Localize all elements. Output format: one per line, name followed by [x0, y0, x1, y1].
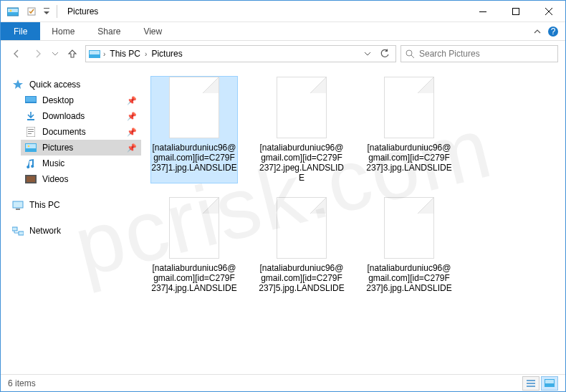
search-box[interactable]: [400, 45, 558, 62]
navbar: › This PC › Pictures: [1, 41, 565, 67]
titlebar: Pictures: [1, 1, 565, 22]
close-button[interactable]: [532, 1, 565, 22]
svg-text:?: ?: [551, 27, 556, 37]
sidebar-item-label: Desktop: [42, 95, 74, 105]
sidebar-item-label: Quick access: [29, 80, 80, 90]
address-dropdown-icon[interactable]: [360, 46, 375, 62]
desktop-icon: [25, 95, 37, 106]
maximize-button[interactable]: [499, 1, 532, 22]
svg-rect-13: [26, 97, 36, 102]
search-input[interactable]: [419, 49, 553, 59]
recent-dropdown-icon[interactable]: [51, 45, 59, 62]
sidebar-item-label: Videos: [42, 174, 68, 184]
up-button[interactable]: [64, 45, 81, 62]
svg-rect-24: [13, 201, 23, 208]
file-item[interactable]: [nataliaburduniuc96@gmail.com][id=C279F2…: [259, 77, 345, 183]
svg-rect-27: [19, 231, 24, 235]
forward-button[interactable]: [29, 45, 47, 62]
documents-icon: [25, 126, 37, 138]
file-item[interactable]: [nataliaburduniuc96@gmail.com][id=C279F2…: [151, 197, 237, 293]
svg-rect-17: [28, 131, 34, 132]
downloads-icon: [25, 110, 37, 122]
svg-rect-28: [527, 380, 535, 381]
sidebar-item-pictures[interactable]: Pictures📌: [21, 140, 141, 156]
address-bar[interactable]: › This PC › Pictures: [85, 45, 396, 62]
qat-pin-icon[interactable]: [24, 4, 39, 19]
svg-rect-10: [90, 51, 100, 54]
svg-point-21: [28, 145, 30, 148]
svg-rect-29: [527, 383, 535, 384]
svg-rect-26: [12, 227, 17, 231]
svg-rect-1: [8, 9, 18, 12]
svg-rect-4: [44, 8, 49, 9]
svg-rect-18: [28, 133, 32, 134]
file-thumb: [169, 77, 219, 138]
app-icon: [5, 4, 21, 19]
svg-point-2: [10, 9, 12, 11]
file-item[interactable]: [nataliaburduniuc96@gmail.com][id=C279F2…: [366, 197, 452, 293]
file-label: [nataliaburduniuc96@gmail.com][id=C279F2…: [259, 143, 345, 183]
file-label: [nataliaburduniuc96@gmail.com][id=C279F2…: [151, 263, 237, 293]
minimize-button[interactable]: [466, 1, 499, 22]
file-item[interactable]: [nataliaburduniuc96@gmail.com][id=C279F2…: [366, 77, 452, 183]
pin-icon: 📌: [127, 128, 137, 137]
file-thumb: [384, 197, 434, 259]
sidebar-item-downloads[interactable]: Downloads📌: [21, 108, 141, 124]
svg-rect-23: [27, 176, 35, 182]
sidebar-item-label: Pictures: [42, 143, 73, 153]
sidebar-item-label: Music: [42, 158, 64, 168]
sidebar: Quick access Desktop📌 Downloads📌 Documen…: [1, 67, 144, 374]
tab-home[interactable]: Home: [40, 22, 86, 40]
sidebar-network[interactable]: Network: [8, 223, 141, 239]
ribbon: File Home Share View ?: [1, 22, 565, 41]
sidebar-item-desktop[interactable]: Desktop📌: [21, 92, 141, 108]
sidebar-item-label: Network: [29, 226, 61, 236]
file-label: [nataliaburduniuc96@gmail.com][id=C279F2…: [259, 263, 345, 293]
pin-icon: 📌: [127, 96, 137, 105]
help-icon[interactable]: ?: [547, 22, 565, 40]
svg-rect-20: [26, 144, 36, 148]
file-pane[interactable]: [nataliaburduniuc96@gmail.com][id=C279F2…: [144, 67, 565, 374]
svg-rect-32: [545, 380, 554, 383]
file-item[interactable]: [nataliaburduniuc96@gmail.com][id=C279F2…: [259, 197, 345, 293]
videos-icon: [25, 173, 37, 185]
pin-icon: 📌: [127, 143, 137, 153]
network-icon: [12, 225, 24, 236]
pin-icon: 📌: [127, 112, 137, 121]
svg-rect-6: [513, 8, 519, 14]
breadcrumb-current[interactable]: Pictures: [150, 49, 183, 59]
svg-rect-14: [27, 119, 34, 120]
sidebar-item-videos[interactable]: Videos: [21, 171, 141, 187]
statusbar: 6 items: [1, 374, 565, 391]
file-tab[interactable]: File: [1, 22, 40, 40]
svg-rect-25: [16, 209, 20, 210]
refresh-icon[interactable]: [377, 46, 393, 62]
window-title: Pictures: [67, 6, 98, 16]
sidebar-quick-access[interactable]: Quick access: [8, 77, 141, 92]
ribbon-expand-icon[interactable]: [528, 22, 547, 40]
back-button[interactable]: [8, 45, 25, 62]
file-thumb: [384, 77, 434, 138]
qat-dropdown-icon[interactable]: [42, 4, 51, 19]
folder-icon: [89, 48, 100, 59]
sidebar-item-documents[interactable]: Documents📌: [21, 124, 141, 140]
chevron-right-icon[interactable]: ›: [143, 50, 148, 58]
breadcrumb-root[interactable]: This PC: [108, 49, 142, 59]
file-item[interactable]: [nataliaburduniuc96@gmail.com][id=C279F2…: [151, 77, 237, 183]
title-separator: [57, 5, 57, 18]
status-count: 6 items: [8, 378, 36, 388]
sidebar-item-music[interactable]: Music: [21, 156, 141, 171]
sidebar-this-pc[interactable]: This PC: [8, 197, 141, 213]
chevron-right-icon[interactable]: ›: [102, 50, 107, 58]
tab-view[interactable]: View: [132, 22, 173, 40]
sidebar-item-label: This PC: [29, 200, 60, 210]
file-label: [nataliaburduniuc96@gmail.com][id=C279F2…: [366, 263, 452, 293]
file-label: [nataliaburduniuc96@gmail.com][id=C279F2…: [366, 143, 452, 173]
icons-view-button[interactable]: [541, 376, 558, 391]
tab-share[interactable]: Share: [86, 22, 132, 40]
details-view-button[interactable]: [522, 376, 539, 391]
music-icon: [25, 158, 37, 169]
svg-point-11: [406, 50, 412, 56]
pictures-icon: [25, 142, 37, 153]
svg-rect-16: [28, 129, 34, 130]
